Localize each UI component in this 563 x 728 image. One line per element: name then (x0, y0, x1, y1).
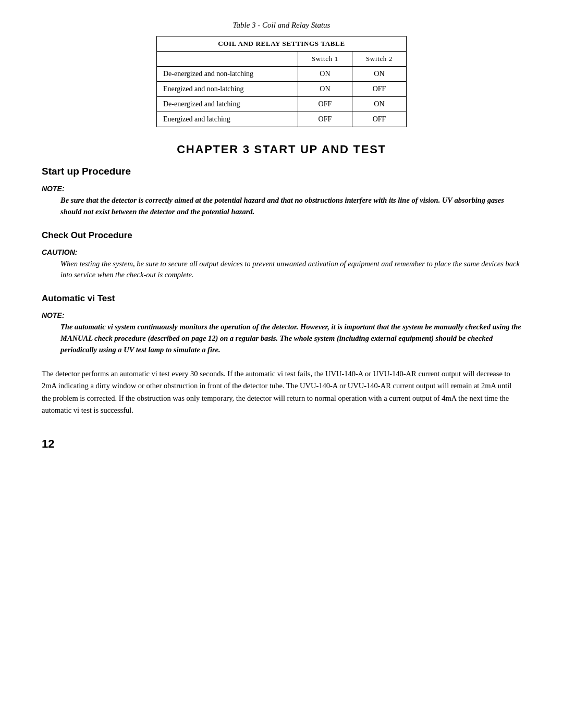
table-main-header: COIL AND RELAY SETTINGS TABLE (157, 36, 407, 52)
row-switch1: ON (298, 82, 352, 97)
section-checkout: Check Out Procedure CAUTION: When testin… (42, 230, 521, 281)
row-switch2: OFF (352, 112, 406, 127)
note-block-startup: Be sure that the detector is correctly a… (60, 195, 521, 218)
row-label: De-energized and non-latching (157, 67, 298, 82)
note-text-italic-rest: system continuously monitors the operati… (60, 323, 521, 354)
table-row: De-energized and non-latching ON ON (157, 67, 407, 82)
row-label: De-energized and latching (157, 97, 298, 112)
note-text-autotest: The automatic vi system continuously mon… (60, 322, 521, 355)
caution-block: When testing the system, be sure to secu… (60, 258, 521, 281)
section-heading-checkout: Check Out Procedure (42, 230, 521, 241)
chapter-title: CHAPTER 3 START UP AND TEST (42, 143, 521, 156)
note-text-startup: Be sure that the detector is correctly a… (60, 195, 521, 218)
row-switch2: ON (352, 67, 406, 82)
row-switch1: ON (298, 67, 352, 82)
section-heading-startup: Start up Procedure (42, 166, 521, 177)
section-heading-autotest: Automatic vi Test (42, 293, 521, 304)
row-label: Energized and latching (157, 112, 298, 127)
col-header-description (157, 52, 298, 67)
caution-text: When testing the system, be sure to secu… (60, 258, 521, 281)
section-autotest: Automatic vi Test NOTE: The automatic vi… (42, 293, 521, 355)
row-switch1: OFF (298, 112, 352, 127)
coil-relay-table: COIL AND RELAY SETTINGS TABLE Switch 1 S… (156, 36, 407, 127)
note-label-autotest: NOTE: (42, 311, 521, 319)
section-startup: Start up Procedure NOTE: Be sure that th… (42, 166, 521, 218)
col-header-switch2: Switch 2 (352, 52, 406, 67)
row-switch2: ON (352, 97, 406, 112)
note-block-autotest: The automatic vi system continuously mon… (60, 322, 521, 355)
table-row: Energized and latching OFF OFF (157, 112, 407, 127)
table-wrapper: COIL AND RELAY SETTINGS TABLE Switch 1 S… (42, 36, 521, 127)
note-label-startup: NOTE: (42, 184, 521, 193)
table-caption: Table 3 - Coil and Relay Status (42, 21, 521, 30)
table-row: Energized and non-latching ON OFF (157, 82, 407, 97)
body-paragraph: The detector performs an automatic vi te… (42, 368, 521, 416)
table-row: De-energized and latching OFF ON (157, 97, 407, 112)
caution-label: CAUTION: (42, 248, 521, 256)
row-switch1: OFF (298, 97, 352, 112)
col-header-switch1: Switch 1 (298, 52, 352, 67)
row-label: Energized and non-latching (157, 82, 298, 97)
page-number: 12 (42, 437, 521, 451)
note-text-italic-start: The automatic (60, 323, 106, 331)
row-switch2: OFF (352, 82, 406, 97)
